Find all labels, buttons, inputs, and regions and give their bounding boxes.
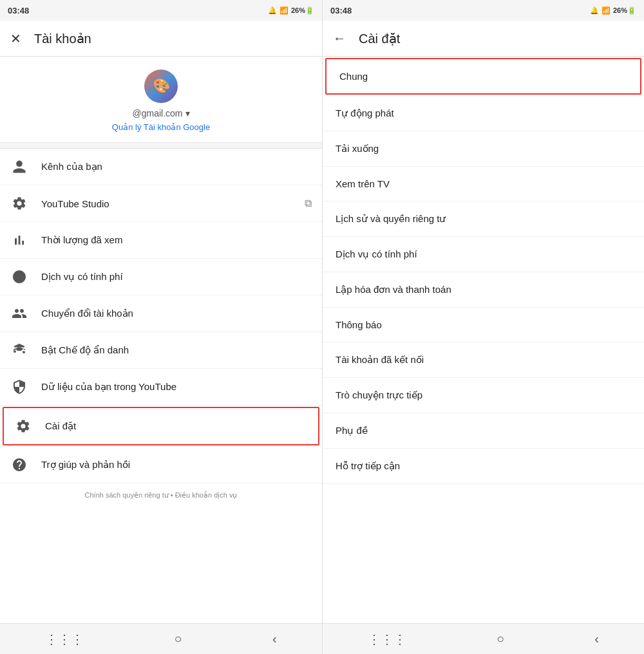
settings-label-lichsu: Lịch sử và quyền riêng tư — [336, 213, 446, 225]
menu-item-dichvu[interactable]: Dịch vụ có tính phí — [0, 259, 322, 295]
right-nav-bar: ⋮⋮⋮ ○ ‹ — [323, 623, 644, 654]
menu-label-kenh: Kênh của bạn — [41, 161, 312, 173]
footer-links: Chính sách quyền riêng tư • Điều khoản d… — [0, 483, 322, 507]
settings-label-thongbao: Thông báo — [336, 319, 382, 330]
left-nav-bar: ⋮⋮⋮ ○ ‹ — [0, 623, 322, 654]
settings-item-lichsu[interactable]: Lịch sử và quyền riêng tư — [323, 201, 644, 237]
help-icon — [10, 456, 28, 474]
right-nav-menu-button[interactable]: ⋮⋮⋮ — [368, 631, 406, 647]
nav-menu-button[interactable]: ⋮⋮⋮ — [45, 631, 84, 647]
menu-label-trogiup: Trợ giúp và phản hồi — [41, 459, 312, 471]
settings-item-hotro[interactable]: Hỗ trợ tiếp cận — [323, 449, 644, 484]
right-panel: 03:48 🔔 📶 26%🔋 ← Cài đặt Chung Tự động p… — [322, 0, 644, 654]
left-title: Tài khoản — [34, 31, 91, 46]
right-nav-back-button[interactable]: ‹ — [594, 631, 599, 646]
settings-icon — [14, 417, 32, 435]
settings-label-phude: Phụ đề — [336, 425, 368, 436]
shield-icon — [10, 378, 28, 396]
left-status-bar: 03:48 🔔 📶 26%🔋 — [0, 0, 322, 21]
settings-item-laphoadon[interactable]: Lập hóa đơn và thanh toán — [323, 272, 644, 308]
settings-item-thongbao[interactable]: Thông báo — [323, 308, 644, 342]
settings-item-xemtrentv[interactable]: Xem trên TV — [323, 167, 644, 201]
menu-item-chuyendoi[interactable]: Chuyển đổi tài khoản — [0, 295, 322, 332]
settings-item-trochuyen[interactable]: Trò chuyện trực tiếp — [323, 378, 644, 413]
dollar-icon — [10, 268, 28, 286]
settings-menu-list: Chung Tự động phát Tải xuống Xem trên TV… — [323, 57, 644, 623]
left-time: 03:48 — [8, 6, 29, 15]
menu-label-studio: YouTube Studio — [41, 198, 292, 209]
profile-email: @gmail.com — [132, 108, 182, 118]
menu-item-dulieu[interactable]: Dữ liệu của bạn trong YouTube — [0, 369, 322, 406]
external-link-icon: ⧉ — [305, 198, 312, 209]
settings-item-phude[interactable]: Phụ đề — [323, 413, 644, 449]
nav-back-button[interactable]: ‹ — [272, 631, 277, 646]
left-menu-list: Kênh của bạn YouTube Studio ⧉ Thời lượng… — [0, 149, 322, 623]
avatar: 🎨 — [144, 70, 178, 103]
menu-item-trogiup[interactable]: Trợ giúp và phản hồi — [0, 447, 322, 483]
menu-label-caidat: Cài đặt — [45, 420, 308, 432]
menu-label-chuyendoi: Chuyển đổi tài khoản — [41, 308, 312, 319]
settings-label-taixuong: Tải xuống — [336, 143, 379, 154]
right-time: 03:48 — [330, 6, 352, 15]
menu-label-dulieu: Dữ liệu của bạn trong YouTube — [41, 381, 312, 393]
studio-gear-icon — [10, 194, 28, 212]
settings-item-dichvuphithem[interactable]: Dịch vụ có tính phí — [323, 237, 644, 272]
settings-item-taikhoan[interactable]: Tài khoản đã kết nối — [323, 342, 644, 378]
settings-label-xemtrentv: Xem trên TV — [336, 178, 390, 189]
close-button[interactable]: ✕ — [10, 31, 21, 46]
right-title: Cài đặt — [359, 31, 400, 46]
menu-item-caidat[interactable]: Cài đặt — [3, 407, 319, 445]
right-top-bar: ← Cài đặt — [323, 21, 644, 57]
menu-label-andanh: Bật Chế độ ẩn danh — [41, 344, 312, 356]
email-row: @gmail.com ▾ — [132, 108, 189, 118]
settings-label-taikhoan: Tài khoản đã kết nối — [336, 354, 424, 366]
menu-label-thoiluong: Thời lượng đã xem — [41, 234, 312, 246]
settings-item-tudongphat[interactable]: Tự động phát — [323, 96, 644, 131]
settings-label-tudongphat: Tự động phát — [336, 107, 394, 119]
menu-label-dichvu: Dịch vụ có tính phí — [41, 271, 312, 283]
left-top-bar: ✕ Tài khoản — [0, 21, 322, 57]
menu-item-andanh[interactable]: Bật Chế độ ẩn danh — [0, 332, 322, 369]
left-panel: 03:48 🔔 📶 26%🔋 ✕ Tài khoản 🎨 @gmail.com … — [0, 0, 322, 654]
settings-label-hotro: Hỗ trợ tiếp cận — [336, 460, 400, 472]
switch-account-icon — [10, 304, 28, 322]
left-status-icons: 🔔 📶 26%🔋 — [268, 6, 314, 15]
right-status-icons: 🔔 📶 26%🔋 — [590, 6, 636, 15]
right-status-bar: 03:48 🔔 📶 26%🔋 — [323, 0, 644, 21]
settings-label-dichvuphithem: Dịch vụ có tính phí — [336, 248, 417, 260]
incognito-icon — [10, 341, 28, 359]
barchart-icon — [10, 231, 28, 249]
chevron-down-icon: ▾ — [185, 108, 190, 118]
settings-label-laphoadon: Lập hóa đơn và thanh toán — [336, 284, 451, 295]
manage-account-link[interactable]: Quản lý Tài khoản Google — [112, 122, 210, 132]
person-icon — [10, 158, 28, 176]
settings-item-taixuong[interactable]: Tải xuống — [323, 131, 644, 167]
menu-item-thoiluong[interactable]: Thời lượng đã xem — [0, 222, 322, 259]
back-button[interactable]: ← — [333, 31, 346, 46]
nav-home-button[interactable]: ○ — [175, 631, 182, 646]
menu-item-studio[interactable]: YouTube Studio ⧉ — [0, 185, 322, 222]
right-nav-home-button[interactable]: ○ — [497, 631, 504, 646]
settings-item-chung[interactable]: Chung — [325, 58, 641, 95]
settings-label-chung: Chung — [339, 71, 368, 82]
settings-label-trochuyen: Trò chuyện trực tiếp — [336, 389, 422, 401]
menu-item-kenh[interactable]: Kênh của bạn — [0, 149, 322, 185]
profile-section: 🎨 @gmail.com ▾ Quản lý Tài khoản Google — [0, 57, 322, 143]
